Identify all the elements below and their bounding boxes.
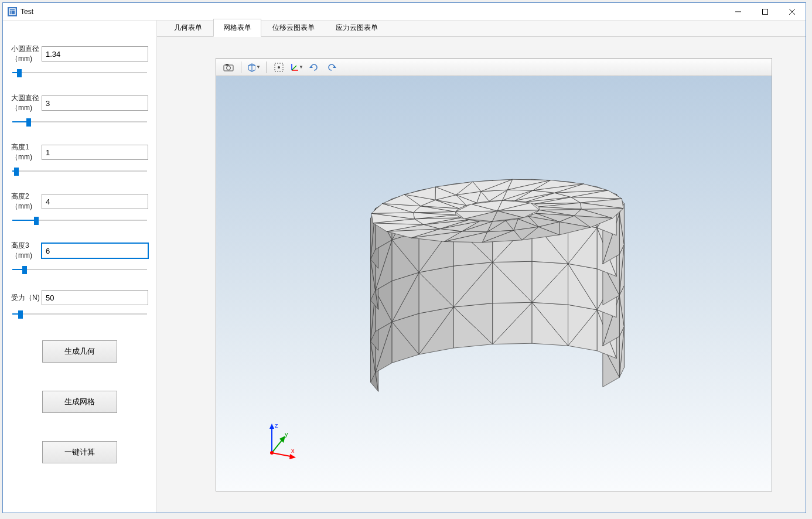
app-window: Test 小圆直径（mm)大圆直径（mm)高度1（mm)高度2（mm)高度3（m…: [2, 2, 806, 513]
gen-mesh-button[interactable]: 生成网格: [42, 391, 117, 413]
3d-canvas[interactable]: z x y: [216, 76, 772, 491]
window-controls: [725, 3, 806, 21]
close-button[interactable]: [779, 3, 806, 21]
one-click-button[interactable]: 一键计算: [42, 441, 117, 463]
axes-icon[interactable]: ▼: [289, 60, 304, 74]
cube-view-icon[interactable]: ▼: [246, 60, 261, 74]
svg-rect-0: [9, 9, 15, 15]
rotate-ccw-icon[interactable]: [324, 60, 339, 74]
minimize-button[interactable]: [725, 3, 752, 21]
svg-point-11: [278, 66, 280, 69]
svg-line-14: [292, 66, 296, 70]
svg-marker-15: [309, 66, 313, 68]
param-row: 小圆直径（mm): [11, 44, 148, 64]
param-input[interactable]: [42, 243, 148, 258]
main-area: 几何表单网格表单位移云图表单应力云图表单 ▼▼ z: [156, 21, 806, 513]
view-toolbar: ▼▼: [216, 59, 772, 76]
param-input[interactable]: [42, 46, 148, 62]
param-label: 高度3（mm): [11, 241, 42, 261]
param-input[interactable]: [42, 145, 148, 160]
param-row: 高度2（mm): [11, 192, 148, 211]
app-icon: [8, 7, 17, 16]
window-title: Test: [21, 8, 725, 16]
tab-disp[interactable]: 位移云图表单: [262, 19, 325, 36]
param-input[interactable]: [42, 95, 148, 111]
svg-marker-213: [289, 454, 296, 459]
param-label: 高度1（mm): [11, 142, 42, 162]
param-label: 受力（N): [11, 293, 42, 303]
param-row: 大圆直径（mm): [11, 93, 148, 113]
svg-marker-210: [269, 424, 274, 429]
viewport-wrap: ▼▼ z x: [157, 37, 806, 513]
mesh-model: [216, 76, 772, 491]
svg-rect-9: [226, 64, 228, 66]
param-row: 受力（N): [11, 290, 148, 305]
svg-point-218: [270, 451, 274, 455]
param-slider[interactable]: [11, 117, 148, 127]
tab-mesh[interactable]: 网格表单: [213, 19, 261, 37]
svg-point-8: [227, 66, 231, 70]
svg-rect-4: [763, 9, 768, 14]
svg-text:z: z: [275, 422, 278, 429]
param-label: 大圆直径（mm): [11, 93, 42, 113]
svg-text:x: x: [291, 447, 295, 454]
param-slider[interactable]: [11, 264, 148, 275]
content: 小圆直径（mm)大圆直径（mm)高度1（mm)高度2（mm)高度3（mm)受力（…: [3, 21, 806, 513]
param-slider[interactable]: [11, 215, 148, 226]
titlebar: Test: [3, 3, 806, 21]
param-label: 小圆直径（mm): [11, 44, 42, 64]
sidebar: 小圆直径（mm)大圆直径（mm)高度1（mm)高度2（mm)高度3（mm)受力（…: [3, 21, 156, 513]
viewport: ▼▼ z x: [216, 58, 772, 491]
tab-geom[interactable]: 几何表单: [164, 19, 212, 36]
svg-marker-16: [333, 66, 336, 68]
param-slider[interactable]: [11, 67, 148, 78]
param-row: 高度3（mm): [11, 241, 148, 261]
param-row: 高度1（mm): [11, 142, 148, 162]
rotate-cw-icon[interactable]: [306, 60, 322, 74]
param-slider[interactable]: [11, 166, 148, 176]
maximize-button[interactable]: [752, 3, 779, 21]
tabs: 几何表单网格表单位移云图表单应力云图表单: [157, 21, 806, 37]
fit-all-icon[interactable]: [271, 60, 286, 74]
param-label: 高度2（mm): [11, 192, 42, 211]
param-slider[interactable]: [11, 309, 148, 319]
camera-icon[interactable]: [221, 60, 236, 74]
coordinate-triad: z x y: [257, 421, 298, 462]
svg-text:y: y: [285, 431, 288, 438]
tab-stress[interactable]: 应力云图表单: [326, 19, 388, 36]
gen-geometry-button[interactable]: 生成几何: [42, 340, 117, 363]
param-input[interactable]: [42, 290, 148, 305]
param-input[interactable]: [42, 194, 148, 209]
